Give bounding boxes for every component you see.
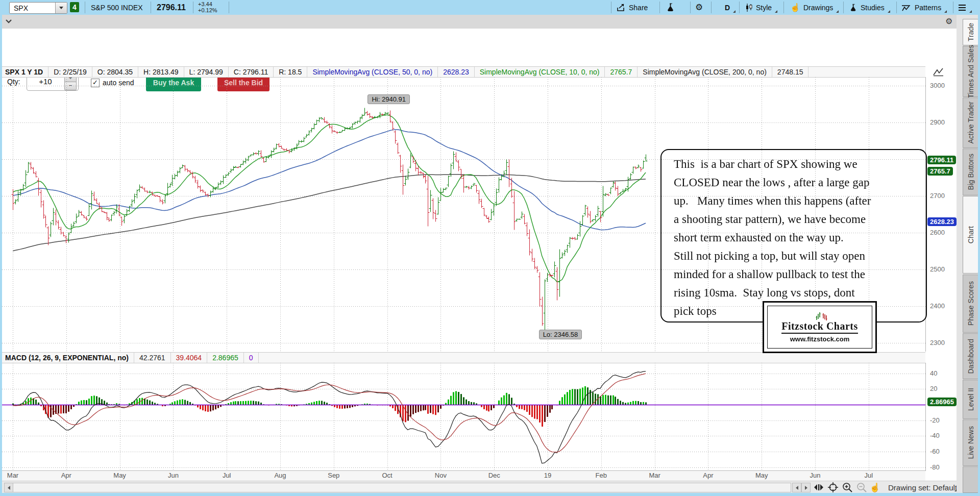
studies-button[interactable]: Studies	[850, 0, 890, 15]
fitzstock-logo-inner: Fitzstock Charts www.fitzstock.com	[767, 306, 872, 349]
sidebar-tab-times-and-sales[interactable]: Times And Sales	[963, 46, 979, 97]
time-axis[interactable]: MarAprMayJunJulAugSepOctNovDec19FebMarAp…	[0, 472, 925, 481]
toolbar-divider	[896, 2, 897, 13]
analyze-button[interactable]	[667, 0, 675, 15]
trading-platform-window: SPX 4 S&P 500 INDEX 2796.11 +3.44 +0.12%…	[0, 0, 980, 496]
change-percent: +0.12%	[198, 7, 217, 13]
studies-label: Studies	[861, 4, 885, 12]
toolbar-divider	[953, 2, 953, 13]
panel-settings-button[interactable]: ⚙	[945, 17, 952, 26]
sidebar-tab-trade[interactable]: Trade	[963, 19, 979, 45]
menu-icon	[958, 4, 966, 11]
annotation-box[interactable]: This is a bar chart of SPX showing weCLO…	[660, 149, 927, 323]
fitzstock-logo-title: Fitzstock Charts	[781, 320, 858, 334]
header-value-cell: R: 18.5	[274, 67, 307, 77]
annotation-line: Still not picking a top, but will stay o…	[662, 247, 926, 265]
crosshair-mode-button[interactable]	[827, 482, 839, 493]
scroll-step-left-button[interactable]	[792, 483, 801, 492]
zoom-in-button[interactable]	[841, 482, 853, 493]
timeframe-label: D	[725, 4, 730, 12]
sidebar-tab-big-buttons[interactable]: Big Buttons	[963, 148, 979, 195]
macd-axis-tick: -80	[930, 463, 940, 471]
sidebar-tab-label: Big Buttons	[967, 154, 975, 190]
header-value-cell: 2.86965	[207, 353, 244, 363]
zoom-in-icon	[842, 482, 852, 492]
annotation-line: short term exhausted on the way up.	[662, 229, 926, 247]
header-value-cell: 2748.15	[772, 67, 809, 77]
annotation-line: up. Many times when this happens (after	[662, 192, 926, 210]
macd-axis-tick: -40	[930, 432, 940, 439]
macd-axis-tick: 20	[930, 385, 937, 392]
sidebar-tab-blank[interactable]	[963, 466, 979, 493]
bottom-toolbar: ☝ Drawing set: Default	[0, 481, 958, 493]
pan-mode-button[interactable]	[813, 482, 825, 493]
annotation-line: CLOSED near the lows , after a large gap	[662, 173, 926, 192]
sidebar-tab-dashboard[interactable]: Dashboard	[963, 333, 979, 379]
last-price: 2796.11	[157, 0, 186, 15]
patterns-button[interactable]: Patterns	[901, 0, 947, 15]
annotation-line: rising 10sma. Stay long vs stops, dont	[662, 284, 926, 302]
header-value-cell: 0	[244, 353, 259, 363]
sidebar-tab-level-ii[interactable]: Level II	[963, 380, 979, 419]
time-axis-month-label: Mar	[4, 472, 22, 479]
crosshair-icon	[828, 482, 838, 492]
scroll-left-button[interactable]	[4, 483, 13, 492]
zoom-out-button[interactable]	[855, 482, 868, 493]
timeframe-button[interactable]: D	[725, 0, 736, 15]
sidebar-tab-label: Level II	[967, 388, 975, 411]
gadget-header-bar: ⚙	[0, 15, 980, 29]
price-axis[interactable]: 30002900270026002500240023002796.112765.…	[925, 77, 958, 352]
header-value-cell: C: 2796.11	[229, 67, 274, 77]
sidebar-tab-label: Dashboard	[967, 339, 975, 374]
chart-expand-icon[interactable]	[933, 67, 944, 77]
toolbar-divider	[85, 2, 85, 13]
drawings-button[interactable]: ☝ Drawings	[790, 0, 839, 15]
chart-menu-button[interactable]	[958, 0, 972, 15]
sidebar-tab-label: Chart	[967, 226, 975, 243]
sidebar-tab-live-news[interactable]: Live News	[963, 419, 979, 466]
macd-title-cell: MACD (12, 26, 9, EXPONENTIAL, no)	[0, 353, 134, 363]
drawing-set-selector[interactable]: Drawing set: Default	[888, 483, 957, 492]
pattern-icon	[901, 4, 912, 12]
time-axis-month-label: Feb	[592, 472, 610, 479]
style-button[interactable]: Style	[746, 0, 777, 15]
toolbar-divider	[151, 2, 151, 13]
scroll-step-right-button[interactable]	[801, 483, 811, 492]
patterns-label: Patterns	[915, 4, 941, 12]
settings-button[interactable]: ⚙	[695, 0, 703, 15]
time-axis-month-label: 19	[538, 472, 557, 479]
chart-scrollbar[interactable]	[4, 483, 791, 492]
toolbar-divider	[690, 2, 691, 13]
symbol-select[interactable]: SPX	[9, 2, 67, 14]
annotation-line: minded for a shallow pullback to test th…	[662, 265, 926, 284]
price-axis-tick: 2600	[930, 229, 945, 236]
window-border-left	[0, 15, 2, 496]
macd-header: MACD (12, 26, 9, EXPONENTIAL, no)42.2761…	[0, 352, 925, 363]
chart-header: SPX 1 Y 1DD: 2/25/19O: 2804.35H: 2813.49…	[0, 66, 925, 78]
macd-axis-tick: -20	[930, 416, 940, 424]
share-label: Share	[629, 4, 648, 12]
candlestick-icon	[746, 4, 753, 12]
change-value: +3.44	[198, 1, 217, 7]
share-button[interactable]: Share	[617, 0, 648, 15]
zoom-out-icon	[856, 482, 867, 492]
low-label: Lo: 2346.58	[539, 330, 582, 339]
window-border-bottom	[0, 493, 980, 496]
toolbar-divider	[783, 2, 784, 13]
drawings-label: Drawings	[803, 4, 833, 12]
sidebar-tab-active-trader[interactable]: Active Trader	[963, 97, 979, 148]
header-value-cell: 42.2761	[134, 353, 171, 363]
collapse-chevron-icon[interactable]	[5, 18, 12, 24]
header-value-cell: 39.4064	[171, 353, 208, 363]
linked-group-badge[interactable]: 4	[70, 2, 79, 12]
macd-chart-canvas[interactable]	[0, 363, 925, 470]
hand-tool-button[interactable]: ☝	[869, 482, 881, 493]
macd-axis[interactable]: 4020-20-40-60-802.86965	[925, 363, 958, 470]
price-axis-tick: 3000	[930, 82, 945, 89]
header-value-cell: SimpleMovingAvg (CLOSE, 10, 0, no)	[475, 67, 605, 77]
sidebar-tab-chart[interactable]: Chart	[963, 196, 979, 274]
sidebar-tab-phase-scores[interactable]: Phase Scores	[963, 275, 979, 333]
sidebar-tab-label: Times And Sales	[967, 45, 975, 98]
symbol-select-dropdown-icon[interactable]	[55, 3, 67, 13]
toolbar-divider	[739, 2, 740, 13]
